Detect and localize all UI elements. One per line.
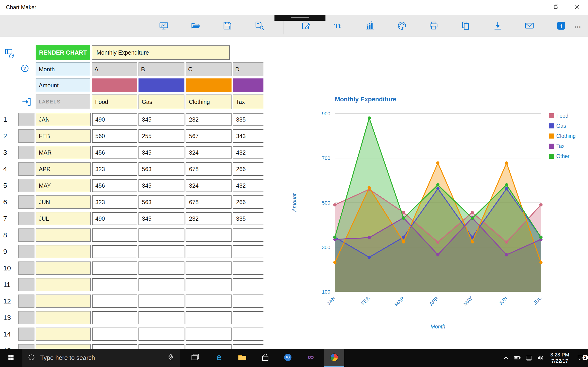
value-cell[interactable] — [138, 261, 184, 275]
help-icon[interactable]: ? — [20, 64, 29, 74]
value-cell[interactable] — [138, 311, 184, 324]
value-cell[interactable] — [233, 311, 263, 324]
value-cell[interactable] — [92, 278, 137, 291]
series-color-swatch-c[interactable] — [186, 78, 232, 92]
value-cell[interactable]: 232 — [186, 113, 232, 126]
value-cell[interactable]: 323 — [92, 162, 137, 176]
series-color-swatch-a[interactable] — [92, 78, 137, 92]
value-cell[interactable]: 345 — [138, 179, 184, 192]
value-cell[interactable]: 255 — [138, 129, 184, 143]
value-cell[interactable]: 456 — [92, 179, 137, 192]
value-cell[interactable]: 266 — [233, 162, 263, 176]
value-cell[interactable] — [233, 228, 263, 242]
row-selector-cell[interactable] — [18, 261, 35, 275]
month-cell[interactable]: JUN — [36, 195, 91, 209]
value-cell[interactable]: 490 — [92, 113, 137, 126]
month-cell[interactable]: MAR — [36, 146, 91, 159]
save-icon[interactable] — [222, 21, 233, 31]
taskbar-app-file-explorer[interactable] — [232, 349, 252, 367]
value-cell[interactable] — [138, 294, 184, 308]
microphone-icon[interactable] — [166, 353, 175, 362]
value-cell[interactable] — [92, 311, 137, 324]
row-selector-cell[interactable] — [18, 344, 35, 349]
value-cell[interactable]: 567 — [186, 129, 232, 143]
month-cell[interactable] — [36, 245, 91, 258]
open-file-icon[interactable] — [191, 21, 201, 31]
value-cell[interactable] — [138, 278, 184, 291]
close-button[interactable] — [567, 0, 588, 15]
value-cell[interactable]: 345 — [138, 212, 184, 225]
value-cell[interactable] — [92, 344, 137, 349]
value-cell[interactable] — [233, 294, 263, 308]
value-cell[interactable]: 678 — [186, 162, 232, 176]
chart-type-icon[interactable] — [365, 21, 375, 31]
month-cell[interactable] — [36, 278, 91, 291]
label-input-a[interactable]: Food — [92, 94, 137, 109]
value-cell[interactable] — [233, 261, 263, 275]
row-selector-cell[interactable] — [18, 129, 35, 143]
import-icon[interactable] — [21, 96, 32, 108]
value-cell[interactable]: 335 — [233, 113, 263, 126]
value-cell[interactable]: 563 — [138, 195, 184, 209]
row-selector-cell[interactable] — [18, 245, 35, 258]
value-cell[interactable]: 266 — [233, 195, 263, 209]
value-cell[interactable] — [186, 294, 232, 308]
row-selector-cell[interactable] — [18, 162, 35, 176]
value-cell[interactable]: 678 — [186, 195, 232, 209]
copy-icon[interactable] — [460, 21, 471, 31]
caret-up-icon[interactable] — [500, 354, 512, 362]
row-selector-cell[interactable] — [18, 195, 35, 209]
row-selector-cell[interactable] — [18, 327, 35, 341]
value-cell[interactable] — [138, 344, 184, 349]
month-cell[interactable] — [36, 294, 91, 308]
value-cell[interactable] — [92, 245, 137, 258]
value-cell[interactable] — [233, 278, 263, 291]
value-cell[interactable]: 345 — [138, 113, 184, 126]
taskbar-app-edge[interactable]: e — [209, 349, 229, 367]
month-cell[interactable] — [36, 261, 91, 275]
month-cell[interactable]: JUL — [36, 212, 91, 225]
label-input-b[interactable]: Gas — [138, 94, 184, 109]
text-format-icon[interactable]: Tt — [333, 21, 343, 31]
label-input-d[interactable]: Tax — [233, 94, 263, 109]
value-cell[interactable]: 343 — [233, 129, 263, 143]
row-selector-cell[interactable] — [18, 179, 35, 192]
value-cell[interactable]: 232 — [186, 212, 232, 225]
save-as-icon[interactable] — [254, 21, 265, 31]
start-button[interactable] — [0, 349, 22, 367]
action-center-button[interactable]: 2 — [573, 353, 588, 363]
taskbar-clock[interactable]: 3:23 PM 7/22/17 — [546, 352, 573, 364]
value-cell[interactable] — [186, 278, 232, 291]
month-cell[interactable]: MAY — [36, 179, 91, 192]
value-cell[interactable]: 432 — [233, 179, 263, 192]
value-cell[interactable] — [92, 261, 137, 275]
render-chart-button[interactable]: RENDER CHART — [36, 45, 90, 60]
label-input-c[interactable]: Clothing — [186, 94, 232, 109]
sheet-tool-icon[interactable] — [5, 48, 15, 59]
value-cell[interactable]: 560 — [92, 129, 137, 143]
taskbar-app-task-view[interactable] — [185, 349, 205, 367]
taskbar-app-visual-studio[interactable]: ∞ — [301, 349, 321, 367]
taskbar-app-blue-app[interactable] — [278, 349, 298, 367]
value-cell[interactable]: 335 — [233, 212, 263, 225]
series-color-swatch-b[interactable] — [138, 78, 184, 92]
taskbar-app-store[interactable] — [255, 349, 275, 367]
volume-icon[interactable] — [535, 354, 546, 362]
row-selector-cell[interactable] — [18, 278, 35, 291]
download-icon[interactable] — [493, 21, 503, 31]
month-cell[interactable] — [36, 228, 91, 242]
edit-icon[interactable] — [301, 21, 311, 31]
month-cell[interactable]: JAN — [36, 113, 91, 126]
value-cell[interactable]: 324 — [186, 179, 232, 192]
value-cell[interactable] — [92, 228, 137, 242]
row-selector-cell[interactable] — [18, 146, 35, 159]
value-cell[interactable]: 324 — [186, 146, 232, 159]
month-cell[interactable] — [36, 311, 91, 324]
value-cell[interactable]: 563 — [138, 162, 184, 176]
value-cell[interactable] — [138, 228, 184, 242]
restore-button[interactable] — [546, 0, 567, 15]
value-cell[interactable] — [138, 245, 184, 258]
series-color-swatch-d[interactable] — [233, 78, 263, 92]
value-cell[interactable] — [92, 294, 137, 308]
minimize-button[interactable] — [525, 0, 546, 15]
